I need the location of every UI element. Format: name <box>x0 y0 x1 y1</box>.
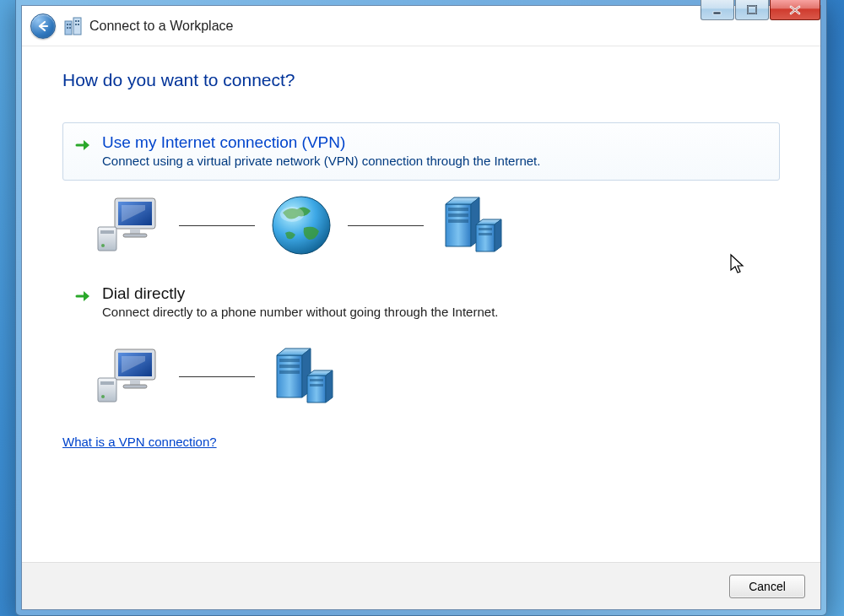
wizard-footer: Cancel <box>22 562 820 609</box>
connection-line <box>179 376 255 377</box>
server-icon <box>270 345 333 408</box>
arrow-right-icon <box>75 284 92 306</box>
svg-rect-18 <box>100 230 114 234</box>
svg-rect-7 <box>67 27 68 29</box>
svg-rect-15 <box>130 229 140 234</box>
wizard-window: Connect to a Workplace How do you want t… <box>15 0 827 616</box>
svg-rect-0 <box>713 12 721 14</box>
svg-rect-24 <box>448 219 468 223</box>
wizard-content: How do you want to connect? Use my Inter… <box>22 46 820 562</box>
option-title: Dial directly <box>102 284 767 303</box>
svg-point-21 <box>280 207 304 222</box>
svg-rect-22 <box>448 208 468 211</box>
cancel-label: Cancel <box>749 580 786 593</box>
svg-rect-6 <box>69 24 71 25</box>
svg-rect-5 <box>67 24 68 25</box>
help-link-vpn[interactable]: What is a VPN connection? <box>62 435 217 449</box>
svg-rect-11 <box>75 24 77 25</box>
svg-rect-9 <box>75 20 77 22</box>
svg-rect-10 <box>78 20 79 22</box>
option-desc: Connect directly to a phone number witho… <box>102 305 767 319</box>
svg-rect-4 <box>73 18 81 35</box>
svg-rect-34 <box>279 359 300 362</box>
option-dial[interactable]: Dial directly Connect directly to a phon… <box>62 273 780 332</box>
option-desc: Connect using a virtual private network … <box>102 154 767 168</box>
svg-rect-25 <box>479 228 492 230</box>
svg-rect-32 <box>100 381 114 385</box>
svg-rect-35 <box>279 365 300 368</box>
wizard-title: Connect to a Workplace <box>89 19 233 34</box>
svg-rect-37 <box>310 379 323 381</box>
page-heading: How do you want to connect? <box>62 70 780 90</box>
connection-line <box>179 225 255 226</box>
svg-rect-12 <box>78 24 79 25</box>
svg-rect-29 <box>130 380 140 385</box>
window-controls <box>701 0 820 20</box>
svg-rect-30 <box>123 385 147 388</box>
vpn-diagram <box>62 184 780 273</box>
workplace-buildings-icon <box>64 16 81 36</box>
back-arrow-icon <box>35 19 51 34</box>
svg-rect-36 <box>279 370 300 374</box>
minimize-button[interactable] <box>701 0 734 20</box>
svg-rect-26 <box>479 233 492 235</box>
svg-point-19 <box>101 244 105 247</box>
cancel-button[interactable]: Cancel <box>729 575 805 598</box>
server-icon <box>439 194 501 257</box>
arrow-right-icon <box>75 133 92 155</box>
option-title: Use my Internet connection (VPN) <box>102 133 767 152</box>
connection-line <box>348 225 424 226</box>
option-vpn[interactable]: Use my Internet connection (VPN) Connect… <box>62 122 780 181</box>
computer-icon <box>96 348 164 405</box>
maximize-button[interactable] <box>735 0 769 20</box>
client-area: Connect to a Workplace How do you want t… <box>21 5 821 610</box>
close-button[interactable] <box>770 0 820 20</box>
svg-rect-16 <box>123 234 147 237</box>
back-button[interactable] <box>30 14 56 39</box>
svg-rect-38 <box>310 384 323 386</box>
svg-rect-8 <box>69 27 71 29</box>
svg-point-20 <box>273 197 330 254</box>
computer-icon <box>96 197 164 254</box>
globe-icon <box>270 194 333 257</box>
svg-rect-1 <box>748 6 756 14</box>
dial-diagram <box>62 335 780 424</box>
svg-rect-2 <box>748 6 756 14</box>
svg-point-33 <box>101 395 105 398</box>
svg-rect-23 <box>448 213 468 217</box>
